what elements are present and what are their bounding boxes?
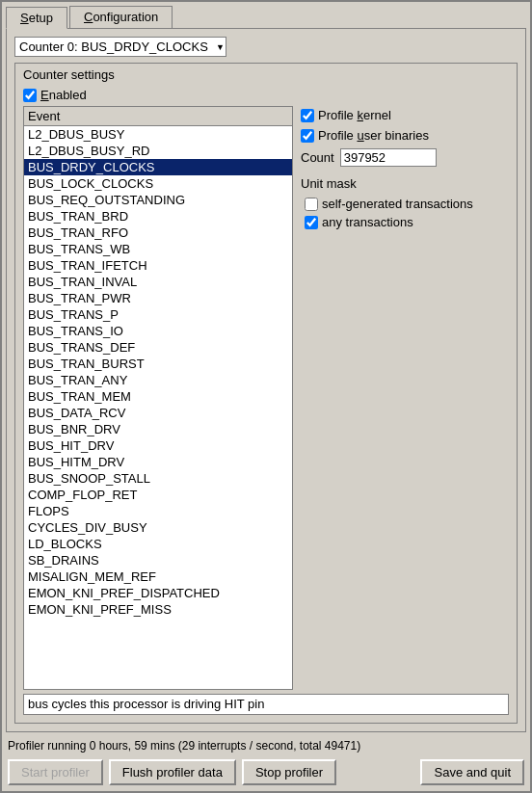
- counter-select-wrapper[interactable]: Counter 0: BUS_DRDY_CLOCKS: [14, 37, 226, 57]
- event-list-header: Event: [24, 107, 292, 126]
- counter-row: Counter 0: BUS_DRDY_CLOCKS: [14, 37, 518, 57]
- counter-settings-group: Counter settings Enabled Event L2_DBUS_B…: [14, 63, 518, 724]
- tab-setup[interactable]: Setup: [6, 7, 67, 29]
- list-item[interactable]: COMP_FLOP_RET: [24, 487, 292, 503]
- list-item[interactable]: BUS_TRAN_BRD: [24, 208, 292, 225]
- list-item[interactable]: L2_DBUS_BUSY: [24, 126, 292, 143]
- self-generated-row: self-generated transactions: [305, 197, 509, 211]
- list-item[interactable]: BUS_BNR_DRV: [24, 421, 292, 437]
- event-list-scroll[interactable]: L2_DBUS_BUSYL2_DBUS_BUSY_RDBUS_DRDY_CLOC…: [24, 126, 292, 689]
- list-item[interactable]: FLOPS: [24, 503, 292, 519]
- list-item[interactable]: BUS_REQ_OUTSTANDING: [24, 192, 292, 208]
- self-generated-checkbox[interactable]: [305, 198, 318, 211]
- profile-user-row: Profile user binaries: [301, 128, 509, 143]
- event-list-container: Event L2_DBUS_BUSYL2_DBUS_BUSY_RDBUS_DRD…: [23, 106, 293, 690]
- list-item[interactable]: LD_BLOCKS: [24, 536, 292, 552]
- profile-kernel-row: Profile kernel: [301, 108, 509, 122]
- button-row: Start profiler Flush profiler data Stop …: [2, 755, 530, 791]
- list-item[interactable]: BUS_TRANS_DEF: [24, 339, 292, 356]
- list-item[interactable]: BUS_TRAN_RFO: [24, 225, 292, 241]
- list-item[interactable]: BUS_SNOOP_STALL: [24, 470, 292, 487]
- enabled-row: Enabled: [23, 88, 509, 102]
- count-label: Count: [301, 150, 334, 165]
- group-label: Counter settings: [23, 67, 509, 82]
- list-item[interactable]: BUS_TRANS_WB: [24, 241, 292, 257]
- list-item[interactable]: SB_DRAINS: [24, 552, 292, 568]
- list-item[interactable]: BUS_LOCK_CLOCKS: [24, 175, 292, 192]
- any-transactions-checkbox[interactable]: [305, 216, 318, 229]
- list-item[interactable]: BUS_HIT_DRV: [24, 437, 292, 454]
- profile-user-checkbox[interactable]: [301, 129, 314, 143]
- list-item[interactable]: BUS_TRAN_PWR: [24, 290, 292, 306]
- list-item[interactable]: CYCLES_DIV_BUSY: [24, 519, 292, 536]
- list-item[interactable]: BUS_TRANS_P: [24, 306, 292, 323]
- content-split: Event L2_DBUS_BUSYL2_DBUS_BUSY_RDBUS_DRD…: [23, 106, 509, 690]
- start-profiler-button[interactable]: Start profiler: [8, 759, 103, 785]
- list-item[interactable]: BUS_TRAN_BURST: [24, 356, 292, 372]
- profile-kernel-label[interactable]: Profile kernel: [318, 108, 391, 122]
- count-input[interactable]: [340, 148, 437, 167]
- main-panel: Counter 0: BUS_DRDY_CLOCKS Counter setti…: [6, 28, 526, 732]
- list-item[interactable]: L2_DBUS_BUSY_RD: [24, 143, 292, 159]
- any-transactions-label[interactable]: any transactions: [322, 215, 413, 229]
- self-generated-label[interactable]: self-generated transactions: [322, 197, 473, 211]
- list-item[interactable]: BUS_TRAN_MEM: [24, 388, 292, 405]
- enabled-label[interactable]: Enabled: [40, 88, 87, 102]
- counter-select[interactable]: Counter 0: BUS_DRDY_CLOCKS: [14, 37, 226, 57]
- description-bar: bus cycles this processor is driving HIT…: [23, 694, 509, 715]
- list-item[interactable]: BUS_TRAN_ANY: [24, 372, 292, 388]
- save-and-quit-button[interactable]: Save and quit: [420, 759, 524, 785]
- profile-kernel-checkbox[interactable]: [301, 109, 314, 122]
- unit-mask-options: self-generated transactions any transact…: [301, 197, 509, 229]
- tab-bar: Setup Configuration: [2, 2, 530, 28]
- any-transactions-row: any transactions: [305, 215, 509, 229]
- tab-setup-label: Setup: [20, 11, 53, 25]
- options-panel: Profile kernel Profile user binaries Cou…: [301, 106, 509, 690]
- list-item[interactable]: BUS_HITM_DRV: [24, 454, 292, 470]
- list-item[interactable]: BUS_TRAN_IFETCH: [24, 257, 292, 274]
- count-row: Count: [301, 148, 509, 167]
- enabled-checkbox[interactable]: [23, 89, 37, 102]
- list-item[interactable]: BUS_DRDY_CLOCKS: [24, 159, 292, 175]
- unit-mask-label: Unit mask: [301, 176, 509, 191]
- list-item[interactable]: MISALIGN_MEM_REF: [24, 568, 292, 585]
- list-item[interactable]: BUS_TRANS_IO: [24, 323, 292, 339]
- tab-configuration[interactable]: Configuration: [69, 6, 173, 28]
- tab-configuration-label: Configuration: [84, 10, 158, 24]
- stop-profiler-button[interactable]: Stop profiler: [242, 759, 336, 785]
- list-item[interactable]: BUS_TRAN_INVAL: [24, 274, 292, 290]
- list-item[interactable]: BUS_DATA_RCV: [24, 405, 292, 421]
- status-bar: Profiler running 0 hours, 59 mins (29 in…: [2, 736, 530, 755]
- list-item[interactable]: EMON_KNI_PREF_DISPATCHED: [24, 585, 292, 601]
- flush-profiler-data-button[interactable]: Flush profiler data: [109, 759, 236, 785]
- profile-user-label[interactable]: Profile user binaries: [318, 128, 429, 143]
- list-item[interactable]: EMON_KNI_PREF_MISS: [24, 601, 292, 618]
- main-window: Setup Configuration Counter 0: BUS_DRDY_…: [0, 0, 532, 793]
